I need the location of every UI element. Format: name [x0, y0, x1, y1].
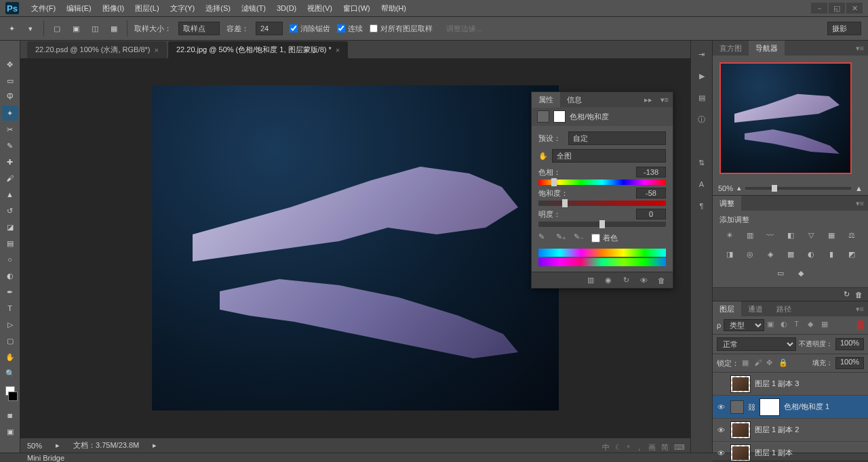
type-tool[interactable]: T — [2, 301, 18, 316]
zoom-out-icon[interactable]: ▴ — [737, 184, 741, 192]
lightness-slider[interactable] — [538, 222, 666, 227]
posterize-icon[interactable]: ▮ — [825, 248, 838, 260]
history-panel-icon[interactable]: ▤ — [695, 91, 709, 104]
dodge-tool[interactable]: ◐ — [2, 268, 18, 283]
path-select-tool[interactable]: ▷ — [2, 317, 18, 332]
background-color-swatch[interactable] — [8, 392, 18, 401]
history-brush-tool[interactable]: ↺ — [2, 203, 18, 218]
quick-mask-toggle[interactable]: ◙ — [2, 408, 18, 423]
tab-info[interactable]: 信息 — [560, 92, 589, 108]
window-minimize[interactable]: － — [811, 3, 827, 14]
zoom-tool[interactable]: 🔍 — [2, 366, 18, 381]
hand-tool[interactable]: ✋ — [2, 350, 18, 364]
tab-paths[interactable]: 路径 — [770, 301, 798, 317]
layer-mask-thumbnail[interactable] — [760, 398, 780, 416]
tab-histogram[interactable]: 直方图 — [713, 41, 749, 56]
menu-filter[interactable]: 滤镜(T) — [236, 3, 271, 14]
toggle-visibility-icon[interactable]: 👁 — [637, 275, 650, 286]
mini-bridge-tab[interactable]: Mini Bridge — [27, 454, 64, 462]
selection-new-icon[interactable]: ▢ — [51, 22, 63, 35]
link-icon[interactable]: ⛓ — [748, 403, 755, 411]
lock-pixels-icon[interactable]: 🖌 — [754, 358, 764, 368]
menu-view[interactable]: 视图(V) — [302, 3, 338, 14]
shape-tool[interactable]: ▢ — [2, 333, 18, 348]
crop-tool[interactable]: ✂ — [2, 122, 18, 137]
opacity-value[interactable]: 100% — [835, 338, 864, 350]
panel-menu-icon[interactable]: ▾≡ — [852, 305, 868, 314]
brush-tool[interactable]: 🖌 — [2, 171, 18, 186]
filter-pixel-icon[interactable]: ▣ — [767, 320, 778, 331]
tolerance-input[interactable] — [256, 22, 283, 35]
paragraph-panel-icon[interactable]: A — [695, 177, 709, 191]
layer-thumbnail[interactable] — [730, 421, 751, 439]
clip-to-layer-icon[interactable]: ▥ — [585, 275, 597, 286]
eyedropper-sub-icon[interactable]: ✎₋ — [574, 232, 585, 243]
colorize-checkbox[interactable]: 着色 — [591, 233, 618, 243]
delete-adjustment-icon[interactable]: 🗑 — [655, 275, 667, 286]
hand-icon[interactable]: ✋ — [538, 152, 548, 161]
photo-filter-icon[interactable]: ◎ — [743, 248, 757, 260]
gradient-tool[interactable]: ▤ — [2, 236, 18, 251]
tab-adjustments[interactable]: 调整 — [713, 196, 741, 211]
saturation-value[interactable]: -58 — [636, 188, 666, 198]
saturation-slider[interactable] — [538, 201, 666, 206]
navigator-zoom-slider[interactable] — [745, 187, 851, 190]
chevron-down-icon[interactable]: ▾ — [24, 22, 37, 35]
hue-value[interactable]: -138 — [636, 167, 666, 177]
curves-icon[interactable]: 〰 — [764, 229, 777, 241]
reset-icon[interactable]: ↻ — [620, 275, 632, 286]
navigator-thumbnail[interactable] — [719, 62, 852, 174]
tab-channels[interactable]: 通道 — [741, 301, 770, 317]
layer-item[interactable]: 图层 1 副本 3 — [713, 373, 868, 396]
window-close[interactable]: ✕ — [846, 3, 863, 14]
status-flyout-icon[interactable]: ▸ — [153, 441, 157, 450]
selection-intersect-icon[interactable]: ▦ — [108, 22, 120, 35]
range-select[interactable]: 全图 — [552, 149, 666, 163]
character-panel-icon[interactable]: ⇅ — [695, 156, 709, 169]
layer-item[interactable]: 👁 图层 1 副本 2 — [713, 419, 868, 442]
menu-layer[interactable]: 图层(L) — [130, 3, 164, 14]
menu-3d[interactable]: 3D(D) — [271, 4, 302, 12]
preset-select[interactable]: 自定 — [568, 131, 666, 145]
screen-mode-toggle[interactable]: ▣ — [2, 424, 18, 439]
blend-mode-select[interactable]: 正常 — [717, 337, 796, 351]
filter-toggle[interactable] — [857, 320, 864, 330]
tab-properties[interactable]: 属性 — [532, 92, 560, 108]
layer-item[interactable]: 👁 ⛓ 色相/饱和度 1 — [713, 396, 868, 419]
visibility-toggle[interactable]: 👁 — [715, 426, 726, 434]
layer-item[interactable]: 👁 图层 1 副本 — [713, 442, 868, 461]
close-icon[interactable]: × — [155, 46, 159, 54]
hue-slider[interactable] — [538, 180, 666, 185]
lasso-tool[interactable]: Ⴔ — [2, 89, 18, 104]
filter-type-icon[interactable]: T — [794, 320, 805, 331]
zoom-readout[interactable]: 50% — [27, 442, 42, 450]
blur-tool[interactable]: ○ — [2, 252, 18, 267]
info-panel-icon[interactable]: ⓘ — [695, 112, 709, 126]
collapse-icon[interactable]: ▸▸ — [640, 96, 656, 104]
panel-expand-icon[interactable]: ⇥ — [695, 47, 709, 61]
canvas[interactable] — [152, 85, 559, 411]
menu-type[interactable]: 文字(Y) — [165, 3, 201, 14]
panel-menu-icon[interactable]: ▾≡ — [656, 96, 673, 104]
levels-icon[interactable]: ▥ — [743, 229, 757, 241]
hue-sat-icon[interactable]: ▦ — [825, 229, 838, 241]
color-balance-icon[interactable]: ⚖ — [845, 229, 859, 241]
menu-help[interactable]: 帮助(H) — [376, 3, 412, 14]
window-maximize[interactable]: ◱ — [829, 3, 845, 14]
doc-tab-1[interactable]: 22.20.jpg @ 50% (色相/饱和度 1, 图层蒙版/8) *× — [168, 41, 348, 58]
navigator-zoom-value[interactable]: 50% — [718, 184, 733, 192]
threshold-icon[interactable]: ◩ — [845, 248, 859, 260]
layer-thumbnail[interactable] — [730, 375, 751, 393]
selection-subtract-icon[interactable]: ◫ — [89, 22, 101, 35]
menu-window[interactable]: 窗口(W) — [338, 3, 376, 14]
adj-flyout-icon[interactable]: ↻ — [844, 290, 850, 299]
lightness-value[interactable]: 0 — [636, 209, 666, 219]
visibility-toggle[interactable]: 👁 — [715, 449, 726, 457]
styles-panel-icon[interactable]: ¶ — [695, 199, 709, 213]
fill-value[interactable]: 100% — [835, 357, 864, 369]
eyedropper-icon[interactable]: ✎ — [538, 232, 549, 243]
pen-tool[interactable]: ✒ — [2, 285, 18, 299]
contiguous-checkbox[interactable]: 连续 — [337, 24, 363, 34]
selection-add-icon[interactable]: ▣ — [70, 22, 82, 35]
filter-shape-icon[interactable]: ◆ — [808, 320, 818, 331]
